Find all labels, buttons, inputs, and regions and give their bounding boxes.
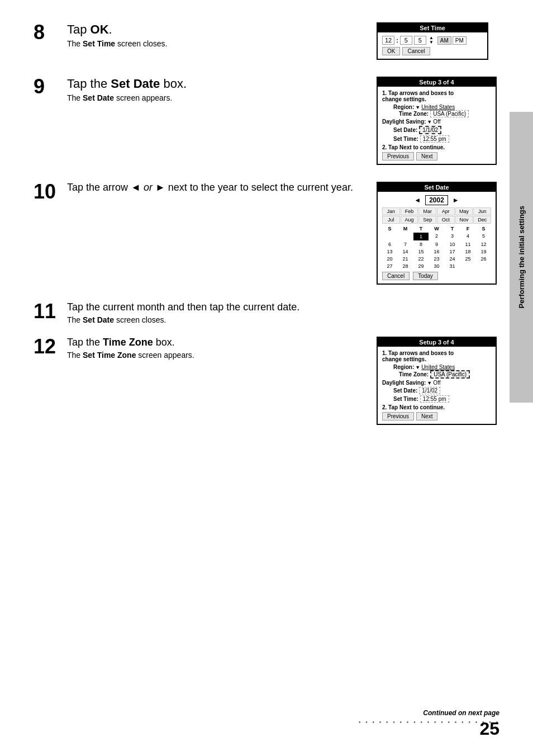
region-value-12[interactable]: United States [421,364,455,370]
time-arrows[interactable]: ▲ ▼ [429,36,434,45]
region-label: Region: [393,104,414,110]
day-29[interactable]: 29 [413,263,429,270]
month-nov[interactable]: Nov [455,216,473,224]
timezone-label-12: Time Zone: [399,371,429,377]
step-11-title: Tap the current month and then tap the c… [67,301,499,313]
day-10[interactable]: 10 [445,241,460,248]
step-12-title: Tap the Time Zone box. [67,337,365,348]
step-8-widget: Set Time 12 : 5 5 ▲ ▼ AM PM [377,22,499,60]
settime-label-12: Set Time: [393,396,418,402]
settime-label: Set Time: [393,136,418,142]
next-button-9[interactable]: Next [416,152,438,160]
day-21[interactable]: 21 [398,256,413,262]
previous-button-9[interactable]: Previous [382,152,414,160]
step-8-section: 8 Tap OK. The Set Time screen closes. Se… [34,22,499,60]
today-button[interactable]: Today [413,272,438,280]
next-button-12[interactable]: Next [416,412,438,420]
day-header-t1: T [413,226,429,231]
month-feb[interactable]: Feb [401,207,418,215]
setdate-value-12[interactable]: 1/1/02 [419,387,440,394]
year-prev-arrow[interactable]: ◄ [414,196,421,204]
region-value[interactable]: United States [421,104,455,110]
month-jan[interactable]: Jan [382,207,400,215]
day-22[interactable]: 22 [413,256,429,262]
cal-btn-row: Cancel Today [382,272,491,280]
time-down-arrow[interactable]: ▼ [429,40,434,45]
day-18[interactable]: 18 [460,248,475,255]
previous-button-12[interactable]: Previous [382,412,414,420]
timezone-value-12[interactable]: USA (Pacific) [430,370,470,379]
setdate-value[interactable]: 1/1/02 [419,126,441,134]
day-14[interactable]: 14 [398,248,413,255]
step-11-section: 11 Tap the current month and then tap th… [34,301,499,328]
settime-value-12[interactable]: 12:55 pm [420,395,449,403]
step-12-section: 12 Tap the Time Zone box. The Set Time Z… [34,337,499,425]
month-may[interactable]: May [455,207,473,215]
day-20[interactable]: 20 [382,256,397,262]
day-3[interactable]: 3 [445,233,460,240]
day-30[interactable]: 30 [429,263,444,270]
ok-button[interactable]: OK [382,47,400,55]
month-jul[interactable]: Jul [382,216,400,224]
day-24[interactable]: 24 [445,256,460,262]
day-6[interactable]: 6 [382,241,397,248]
year-next-arrow[interactable]: ► [453,196,459,204]
day-25[interactable]: 25 [460,256,475,262]
step-9-desc: The Set Date screen appears. [67,93,365,102]
day-7[interactable]: 7 [398,241,413,248]
day-17[interactable]: 17 [445,248,460,255]
pm-button[interactable]: PM [453,36,467,45]
step-10-title: Tap the arrow ◄ or ► next to the year to… [67,182,365,193]
calendar-nav: ◄ 2002 ► [382,195,491,205]
timezone-value[interactable]: USA (Pacific) [430,110,469,117]
dropdown-arrow-icon: ▼ [415,105,420,110]
month-jun[interactable]: Jun [473,207,491,215]
step-12-content: Tap the Time Zone box. The Set Time Zone… [67,337,365,425]
step-11-number: 11 [34,301,67,328]
region-row-12: Region: ▼ United States [393,364,491,370]
continued-dots: • • • • • • • • • • • • • • • • • • • • … [359,719,499,725]
day-header-w: W [429,226,444,231]
day-19[interactable]: 19 [476,248,491,255]
am-button[interactable]: AM [437,36,451,45]
set-date-title: Set Date [378,183,496,192]
year-display: 2002 [425,195,448,205]
month-grid: Jan Feb Mar Apr May Jun Jul Aug Sep Oct … [382,207,491,224]
cancel-button[interactable]: Cancel [402,47,430,55]
day-2[interactable]: 2 [429,233,444,240]
step-8-desc: The Set Time screen closes. [67,39,365,48]
day-13[interactable]: 13 [382,248,397,255]
day-28[interactable]: 28 [398,263,413,270]
day-31[interactable]: 31 [445,263,460,270]
day-27[interactable]: 27 [382,263,397,270]
month-dec[interactable]: Dec [473,216,491,224]
day-26[interactable]: 26 [476,256,491,262]
step-10-content: Tap the arrow ◄ or ► next to the year to… [67,182,365,285]
day-11[interactable]: 11 [460,241,475,248]
day-header-t2: T [445,226,460,231]
day-15[interactable]: 15 [413,248,429,255]
day-1[interactable]: 1 [413,233,429,240]
setup-widget-12: Setup 3 of 4 1. Tap arrows and boxes to … [377,337,497,425]
day-5[interactable]: 5 [476,233,491,240]
step-9-title: Tap the Set Date box. [67,77,365,91]
month-aug[interactable]: Aug [401,216,418,224]
time-min2[interactable]: 5 [414,36,426,45]
step-9-section: 9 Tap the Set Date box. The Set Date scr… [34,77,499,165]
time-min1[interactable]: 5 [400,36,412,45]
day-8[interactable]: 8 [413,241,429,248]
day-4[interactable]: 4 [460,233,475,240]
month-sep[interactable]: Sep [418,216,436,224]
day-16[interactable]: 16 [429,248,444,255]
daylight-value-12: Off [433,380,440,386]
day-23[interactable]: 23 [429,256,444,262]
month-mar[interactable]: Mar [418,207,436,215]
cancel-date-button[interactable]: Cancel [382,272,410,280]
month-apr[interactable]: Apr [437,207,455,215]
daylight-arrow-12: ▼ [427,380,432,386]
day-9[interactable]: 9 [429,241,444,248]
month-oct[interactable]: Oct [437,216,455,224]
day-12[interactable]: 12 [476,241,491,248]
time-hour[interactable]: 12 [382,36,394,45]
settime-value[interactable]: 12:55 pm [420,135,449,143]
